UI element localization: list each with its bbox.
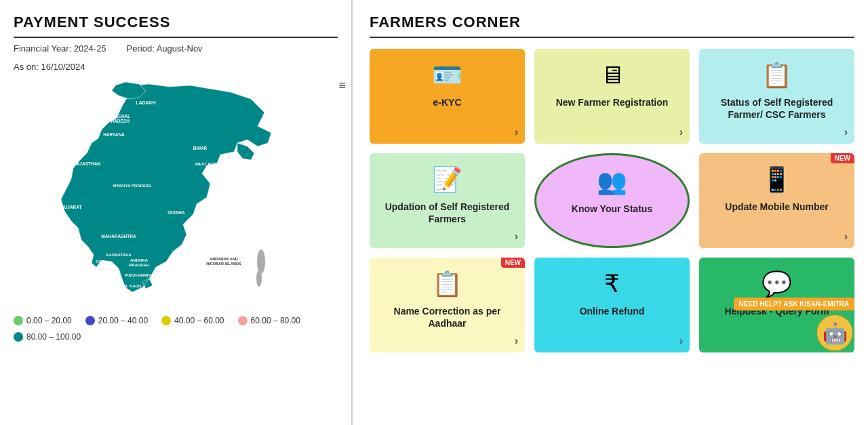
card-arrow-status-self[interactable]: › <box>844 126 848 138</box>
svg-text:ASSAM: ASSAM <box>235 130 250 135</box>
card-icon-new-farmer-reg: 🖥 <box>600 61 625 89</box>
svg-text:WEST BENGAL: WEST BENGAL <box>195 162 226 166</box>
period: Period: August-Nov <box>127 43 203 54</box>
card-icon-update-mobile: 📱 <box>762 165 792 194</box>
legend-label: 20.00 – 40.00 <box>98 316 148 325</box>
card-icon-name-correction: 📋 <box>432 270 462 298</box>
map-area: ≡ LADAKH HIMACHAL PRADESH HARYANA RAJAST… <box>14 79 346 309</box>
left-panel: PAYMENT SUCCESS Financial Year: 2024-25 … <box>0 0 353 425</box>
map-menu-icon[interactable]: ≡ <box>338 79 346 93</box>
card-icon-online-refund: ₹ <box>604 270 620 298</box>
legend-dot <box>238 316 248 325</box>
legend-dot <box>85 316 95 325</box>
farmers-divider <box>370 37 854 38</box>
card-icon-know-status: 👥 <box>597 167 627 196</box>
svg-point-0 <box>257 249 265 274</box>
legend-label: 60.00 – 80.00 <box>251 316 300 325</box>
svg-text:MAHARASHTRA: MAHARASHTRA <box>101 234 136 239</box>
chatbot-bubble: NEED HELP? ASK KISAN-EMITRA <box>734 298 854 310</box>
legend-dot <box>161 316 171 325</box>
card-icon-updation-self: 📝 <box>432 165 462 194</box>
legend-item: 60.00 – 80.00 <box>238 316 300 325</box>
legend-label: 0.00 – 20.00 <box>26 316 72 325</box>
svg-text:ANDHRA: ANDHRA <box>130 258 149 262</box>
farmers-corner-title: FARMERS CORNER <box>370 14 854 31</box>
svg-text:ANDAMAN AND: ANDAMAN AND <box>210 257 238 261</box>
legend-item: 80.00 – 100.00 <box>14 332 81 342</box>
card-icon-status-self: 📋 <box>762 61 792 89</box>
svg-text:HIMACHAL: HIMACHAL <box>107 114 131 119</box>
card-arrow-ekyc[interactable]: › <box>515 126 518 138</box>
legend-item: 20.00 – 40.00 <box>85 316 148 325</box>
financial-year: Financial Year: 2024-25 <box>14 43 106 54</box>
card-label-know-status: Know Your Status <box>546 203 678 215</box>
svg-text:GOA: GOA <box>96 260 105 264</box>
card-label-updation-self: Updation of Self Registered Farmers <box>379 201 515 225</box>
legend-dot <box>14 332 23 342</box>
svg-text:LADAKH: LADAKH <box>136 100 156 105</box>
card-label-new-farmer-reg: New Farmer Registration <box>544 96 680 108</box>
svg-text:GUJARAT: GUJARAT <box>61 205 82 209</box>
legend-dot <box>14 316 23 325</box>
svg-text:TAMIL NADU: TAMIL NADU <box>117 284 142 288</box>
card-arrow-online-refund[interactable]: › <box>679 335 683 347</box>
right-panel: FARMERS CORNER 🪪e-KYC›🖥New Farmer Regist… <box>353 0 868 425</box>
card-name-correction[interactable]: NEW📋Name Correction as per Aadhaar› <box>370 258 525 352</box>
card-updation-self[interactable]: 📝Updation of Self Registered Farmers› <box>370 153 525 248</box>
card-arrow-name-correction[interactable]: › <box>515 335 518 347</box>
legend-label: 80.00 – 100.00 <box>26 332 81 342</box>
card-status-self[interactable]: 📋Status of Self Registered Farmer/ CSC F… <box>699 49 854 144</box>
svg-text:PRADESH: PRADESH <box>239 119 259 123</box>
card-label-online-refund: Online Refund <box>544 305 680 317</box>
legend-item: 40.00 – 60.00 <box>161 316 224 325</box>
chatbot-icon[interactable]: 🤖 <box>815 313 854 352</box>
card-label-status-self: Status of Self Registered Farmer/ CSC Fa… <box>709 96 845 121</box>
map-legend: 0.00 – 20.0020.00 – 40.0040.00 – 60.0060… <box>14 316 338 342</box>
card-label-name-correction: Name Correction as per Aadhaar <box>379 305 515 329</box>
legend-item: 0.00 – 20.00 <box>14 316 72 325</box>
card-ekyc[interactable]: 🪪e-KYC› <box>370 49 525 144</box>
card-know-status[interactable]: NEW👥Know Your Status› <box>534 153 690 248</box>
payment-meta: Financial Year: 2024-25 Period: August-N… <box>14 43 338 54</box>
svg-text:ODISHA: ODISHA <box>167 210 185 215</box>
card-update-mobile[interactable]: NEW📱Update Mobile Number› <box>699 153 854 248</box>
chatbot-container[interactable]: NEED HELP? ASK KISAN-EMITRA 🤖 <box>734 298 854 352</box>
as-on-date: As on: 16/10/2024 <box>14 62 338 72</box>
card-arrow-know-status[interactable]: › <box>677 228 681 241</box>
card-arrow-updation-self[interactable]: › <box>515 230 518 243</box>
svg-text:PUDUCHERRY: PUDUCHERRY <box>125 273 151 277</box>
svg-text:PRADESH: PRADESH <box>108 119 130 123</box>
cards-wrapper: 🪪e-KYC›🖥New Farmer Registration›📋Status … <box>370 49 854 352</box>
india-map: LADAKH HIMACHAL PRADESH HARYANA RAJASTHA… <box>14 79 312 296</box>
card-new-farmer-reg[interactable]: 🖥New Farmer Registration› <box>534 49 690 144</box>
svg-text:HARYANA: HARYANA <box>103 132 125 137</box>
card-icon-ekyc: 🪪 <box>432 61 462 89</box>
svg-text:MADHYA PRADESH: MADHYA PRADESH <box>113 184 152 188</box>
svg-text:BIHAR: BIHAR <box>193 146 208 150</box>
card-label-update-mobile: Update Mobile Number <box>709 201 845 213</box>
payment-divider <box>14 37 338 38</box>
new-badge: NEW <box>664 155 688 165</box>
new-badge: NEW <box>501 258 525 268</box>
card-arrow-new-farmer-reg[interactable]: › <box>679 126 683 138</box>
new-badge: NEW <box>831 153 854 163</box>
card-online-refund[interactable]: ₹Online Refund› <box>534 258 690 352</box>
svg-text:PRADESH: PRADESH <box>129 263 149 267</box>
card-arrow-update-mobile[interactable]: › <box>844 230 848 243</box>
svg-text:RAJASTHAN: RAJASTHAN <box>73 161 100 166</box>
svg-text:ARUNACHAL: ARUNACHAL <box>237 115 263 119</box>
svg-text:NICOBAR ISLANDS: NICOBAR ISLANDS <box>206 262 241 266</box>
payment-title: PAYMENT SUCCESS <box>14 14 338 31</box>
svg-text:KARNATAKA: KARNATAKA <box>106 253 132 257</box>
card-label-ekyc: e-KYC <box>379 96 515 108</box>
card-icon-helpdesk: 💬 <box>762 270 792 298</box>
svg-point-1 <box>256 270 262 287</box>
legend-label: 40.00 – 60.00 <box>174 316 224 325</box>
